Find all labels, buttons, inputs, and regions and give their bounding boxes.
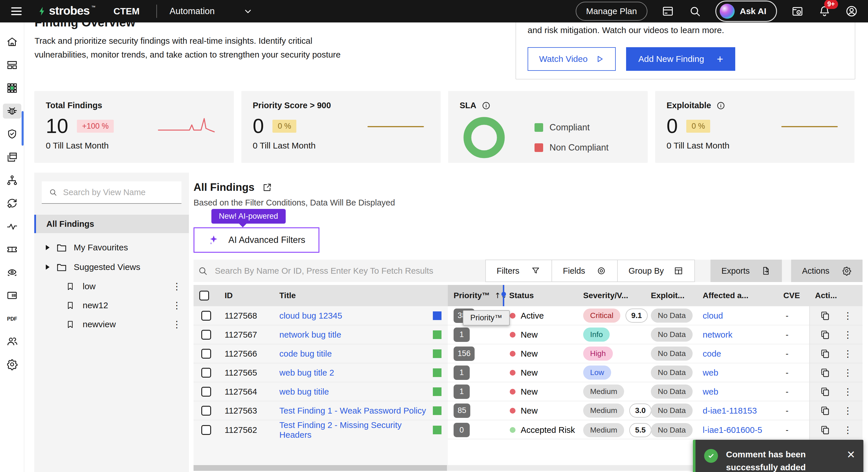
- finding-title-link[interactable]: network bug title: [279, 330, 341, 340]
- rail-settings-gear-icon[interactable]: [3, 357, 21, 372]
- column-header-affected[interactable]: Affected a...: [697, 285, 778, 306]
- view-item-low[interactable]: low ⋮: [34, 277, 189, 296]
- finding-title-link[interactable]: Test Finding 1 - Weak Password Policy: [279, 406, 426, 415]
- kebab-menu-icon[interactable]: ⋮: [172, 300, 181, 311]
- hamburger-menu-icon[interactable]: [10, 5, 23, 18]
- kebab-menu-icon[interactable]: ⋮: [843, 425, 852, 435]
- rail-compliance-shield-icon[interactable]: [3, 127, 21, 142]
- folder-suggested-views[interactable]: Suggested Views: [34, 257, 189, 277]
- rail-dashboards-icon[interactable]: [3, 58, 21, 72]
- finding-title-link[interactable]: cloud bug 12345: [279, 311, 342, 321]
- column-header-severity[interactable]: Severity/V...: [578, 285, 645, 306]
- rail-reports-icon[interactable]: [3, 288, 21, 303]
- copy-icon[interactable]: [819, 367, 831, 378]
- sidebar-item-all-findings[interactable]: All Findings: [34, 215, 189, 233]
- manage-plan-button[interactable]: Manage Plan: [576, 2, 647, 21]
- row-checkbox[interactable]: [193, 325, 219, 344]
- row-checkbox[interactable]: [193, 344, 219, 363]
- rail-automation-sync-icon[interactable]: [3, 196, 21, 211]
- findings-search-input[interactable]: [215, 266, 474, 276]
- affected-asset-link[interactable]: code: [703, 349, 721, 358]
- kebab-menu-icon[interactable]: ⋮: [843, 367, 852, 378]
- close-icon[interactable]: ✕: [847, 449, 855, 472]
- column-header-exploit[interactable]: Exploit...: [645, 285, 697, 306]
- strobes-logo[interactable]: strobes ™: [37, 4, 96, 19]
- avatar-icon[interactable]: [845, 5, 858, 18]
- copy-icon[interactable]: [819, 348, 831, 359]
- rail-asset-grid-icon[interactable]: [3, 80, 21, 96]
- copy-icon[interactable]: [819, 405, 831, 416]
- view-item-newview[interactable]: newview ⋮: [34, 315, 189, 334]
- panel-icon[interactable]: [661, 5, 675, 18]
- ask-ai-button[interactable]: Ask AI: [715, 1, 777, 22]
- info-icon[interactable]: [716, 101, 725, 110]
- info-icon[interactable]: [482, 101, 491, 110]
- exports-button[interactable]: Exports: [710, 260, 782, 282]
- rail-tickets-icon[interactable]: [3, 242, 21, 257]
- affected-asset-link[interactable]: d-iae1-118153: [703, 406, 757, 415]
- search-icon[interactable]: [688, 5, 702, 18]
- rail-activity-icon[interactable]: [3, 219, 21, 234]
- affected-asset-link[interactable]: cloud: [703, 311, 723, 320]
- finding-row[interactable]: 1127566 code bug titile 156 New High No …: [193, 344, 863, 363]
- finding-row[interactable]: 1127568 cloud bug 12345 386 Active Criti…: [193, 306, 863, 325]
- kebab-menu-icon[interactable]: ⋮: [172, 281, 181, 292]
- rail-home-icon[interactable]: [3, 35, 21, 49]
- view-item-new12[interactable]: new12 ⋮: [34, 296, 189, 315]
- kebab-menu-icon[interactable]: ⋮: [172, 319, 181, 330]
- row-checkbox[interactable]: [193, 420, 219, 440]
- row-checkbox[interactable]: [193, 363, 219, 382]
- header-select-all[interactable]: [193, 285, 219, 306]
- copy-icon[interactable]: [819, 329, 831, 340]
- affected-asset-link[interactable]: web: [703, 368, 718, 377]
- rail-asset-groups-icon[interactable]: [3, 150, 21, 165]
- actions-button[interactable]: Actions: [791, 260, 863, 282]
- kebab-menu-icon[interactable]: ⋮: [843, 310, 852, 321]
- add-new-finding-button[interactable]: Add New Finding +: [626, 47, 735, 71]
- column-header-title[interactable]: Title: [274, 285, 448, 306]
- row-checkbox[interactable]: [193, 382, 219, 401]
- notifications-bell-icon[interactable]: 9+: [818, 5, 831, 18]
- column-header-priority[interactable]: Priority™ ↑↓: [448, 285, 503, 306]
- finding-row[interactable]: 1127565 web bug title 2 1 New Low No Dat…: [193, 363, 863, 382]
- kebab-menu-icon[interactable]: ⋮: [843, 386, 852, 397]
- ai-advanced-filters-button[interactable]: AI Advanced Filters: [193, 227, 319, 253]
- rail-findings-bug-icon[interactable]: [3, 104, 21, 119]
- affected-asset-link[interactable]: web: [703, 387, 718, 396]
- rail-review-eye-icon[interactable]: [3, 265, 21, 280]
- view-search-input[interactable]: [63, 188, 175, 197]
- rail-scrollbar-thumb[interactable]: [22, 111, 24, 146]
- column-header-status[interactable]: Status: [503, 285, 578, 306]
- finding-title-link[interactable]: web bug title 2: [279, 368, 334, 378]
- finding-row[interactable]: 1127564 web bug titile 1 New Medium No D…: [193, 382, 863, 401]
- finding-row[interactable]: 1127567 network bug title 1 New Info No …: [193, 325, 863, 344]
- column-header-actions[interactable]: Acti...: [809, 285, 863, 306]
- finding-row[interactable]: 1127563 Test Finding 1 - Weak Password P…: [193, 401, 863, 420]
- finding-row[interactable]: 1127562 Test Finding 2 - Missing Securit…: [193, 420, 863, 439]
- expand-icon[interactable]: [262, 182, 273, 193]
- copy-icon[interactable]: [819, 310, 831, 321]
- chevron-down-icon[interactable]: [243, 6, 253, 16]
- affected-asset-link[interactable]: network: [703, 330, 732, 339]
- watch-video-button[interactable]: Watch Video: [528, 47, 616, 71]
- row-checkbox[interactable]: [193, 401, 219, 420]
- kebab-menu-icon[interactable]: ⋮: [843, 348, 852, 359]
- column-header-cve[interactable]: CVE: [778, 285, 809, 306]
- finding-title-link[interactable]: web bug titile: [279, 387, 329, 397]
- horizontal-scrollbar-thumb[interactable]: [193, 465, 447, 471]
- column-header-id[interactable]: ID: [219, 285, 274, 306]
- module-switcher[interactable]: Automation: [169, 6, 215, 16]
- column-drag-handle[interactable]: [501, 292, 506, 297]
- rail-pdf-export-icon[interactable]: PDF: [3, 311, 21, 326]
- finding-title-link[interactable]: code bug titile: [279, 349, 332, 359]
- kebab-menu-icon[interactable]: ⋮: [843, 329, 852, 340]
- finding-title-link[interactable]: Test Finding 2 - Missing Security Header…: [279, 420, 433, 440]
- video-tutorials-icon[interactable]: [791, 5, 804, 18]
- copy-icon[interactable]: [819, 386, 831, 397]
- row-checkbox[interactable]: [193, 306, 219, 325]
- rail-org-hierarchy-icon[interactable]: [3, 173, 21, 188]
- group-by-button[interactable]: Group By: [617, 260, 694, 281]
- filters-button[interactable]: Filters: [486, 260, 552, 281]
- rail-teams-icon[interactable]: [3, 334, 21, 349]
- copy-icon[interactable]: [819, 425, 831, 435]
